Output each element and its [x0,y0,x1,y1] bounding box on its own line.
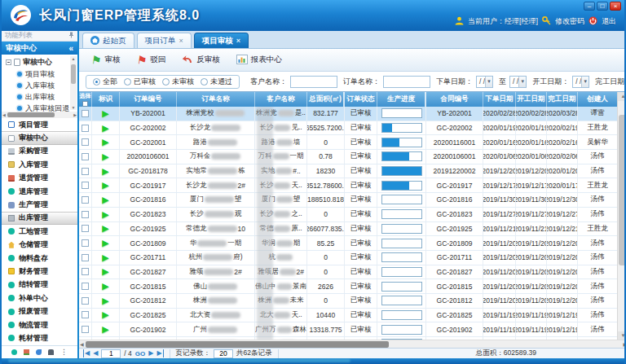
table-horizontal-scrollbar[interactable]: ◀ ▶ [79,340,626,348]
table-row[interactable]: ▶ GC-201809 华一期 华润期 85.25 已审核 GC-201809 … [79,236,617,251]
table-vertical-scrollbar[interactable]: ▲ ▼ [617,92,626,340]
sidebar-item[interactable]: 耗材管理 [2,331,77,344]
cart-icon[interactable] [24,349,29,355]
close-icon[interactable]: × [179,37,183,45]
scroll-down-icon[interactable]: ▼ [70,105,77,110]
grid-header-cell[interactable]: 总面积(㎡) [307,92,345,107]
sidebar-item[interactable]: 采购管理 [2,145,77,158]
table-row[interactable]: ▶ GC-2018178 实地常栋 实地#.. 18230 已审核 201912… [79,164,617,179]
toolbar-button[interactable]: ⚑审核 [86,52,126,68]
grid-header-cell[interactable]: 下单日期 [483,92,516,107]
sidebar-item[interactable]: 物料盘存 [2,252,77,265]
row-checkbox[interactable] [82,326,89,333]
go-button[interactable]: GO [135,350,145,357]
table-row[interactable]: ▶ GC-201925 常德龙10 常德原.. 266077.835.. 已审核… [79,222,617,237]
table-row[interactable]: ▶ GC-201815 佛山 佛山中景南 2626 已审核 GC-201815 … [79,279,617,294]
sidebar-item[interactable]: 报废管理 [2,305,77,318]
date-input-order-to[interactable]: / /▼ [509,76,527,88]
radio-icon[interactable] [162,78,170,86]
sidebar-item[interactable]: 结转管理 [2,278,77,292]
row-checkbox[interactable] [82,211,89,218]
sidebar-item[interactable]: 出库管理 [2,212,77,225]
tab[interactable]: 起始页 [82,33,134,48]
chevron-down-icon[interactable]: ▼ [485,77,492,87]
scrollbar-thumb[interactable] [71,64,76,84]
page-size-input[interactable] [214,349,233,358]
row-checkbox[interactable] [82,283,89,290]
table-row[interactable]: ▶ GC-201827 雅颂2# 雅颂居2# 0 已审核 GC-201827 2… [79,265,617,280]
select-all-checkbox[interactable] [82,101,88,107]
table-row[interactable]: ▶ GC-201711 杭州府) 杭 0 已审核 GC-201711 2019/… [79,251,617,265]
chevron-down-icon[interactable]: ▼ [581,77,589,87]
table-row[interactable]: ▶ GC-201816 厦门望 厦门望 188510.818 已审核 GC-20… [79,193,617,208]
tab[interactable]: 项目订单× [137,33,192,48]
row-checkbox[interactable] [82,125,89,132]
sidebar-item[interactable]: 财务管理 [2,265,77,278]
page-number-input[interactable] [101,349,121,358]
grid-header-cell[interactable]: 客户名称 [255,92,307,107]
person-icon[interactable] [48,349,54,355]
minimize-button[interactable]: – [584,2,595,11]
grid-header-cell[interactable]: 完工日期 [547,92,578,107]
scrollbar-thumb[interactable] [7,112,55,117]
scrollbar-thumb[interactable] [86,341,389,348]
grid-header-cell[interactable]: 订单名称 [177,92,255,107]
prev-page-button[interactable]: ◀ [93,349,98,357]
grid-header-cell[interactable]: 订单状态 [345,92,377,107]
order-name-input[interactable] [383,76,430,88]
scroll-right-icon[interactable]: ▶ [73,112,77,118]
tree-expander-icon[interactable] [6,59,11,65]
radio-option[interactable]: 未审核 [162,77,194,87]
toolbar-button[interactable]: 报表中心 [231,52,288,68]
grid-header-cell[interactable]: 开工日期 [516,92,547,107]
tree-item[interactable]: 入库审核 [17,80,77,91]
sidebar-item[interactable]: 物流管理 [2,318,77,331]
group-header-audit-center[interactable]: 审核中心 « [2,42,77,55]
scrollbar-thumb[interactable] [619,115,626,265]
row-checkbox[interactable] [82,254,89,261]
sidebar-item[interactable]: 审核中心 [2,131,77,144]
tree-vertical-scrollbar[interactable]: ▲ ▼ [70,56,77,110]
scroll-left-icon[interactable]: ◀ [2,112,6,118]
tree-item[interactable]: 出库审核 [17,91,77,103]
collapse-icon[interactable]: « [68,44,73,53]
radio-option[interactable]: 全部 [93,77,117,87]
grid-header-cell[interactable]: 标识 [92,92,120,107]
maximize-button[interactable]: □ [597,2,608,11]
scroll-up-icon[interactable]: ▲ [618,92,626,101]
toolbar-button[interactable]: 反审核 [176,52,226,68]
radio-option[interactable]: 已审核 [124,77,156,87]
sidebar-item[interactable]: 项目管理 [2,118,77,131]
row-checkbox[interactable] [82,239,89,247]
table-row[interactable]: ▶ GC-201825 北大资 北大天.. 10440 已审核 GC-20182… [79,309,617,323]
more-options-icon[interactable]: ⋮ [60,349,68,355]
tree-item[interactable]: 项目审核 [17,68,77,80]
close-icon[interactable]: × [236,37,240,45]
customer-name-input[interactable] [290,76,337,88]
table-row[interactable]: ▶ GC-202002 长沙龙 长沙见.. 65525.7200.. 已审核 G… [79,121,617,136]
row-checkbox[interactable] [82,268,89,275]
toolbar-button[interactable]: ⚑驳回 [131,52,172,68]
row-checkbox[interactable] [82,196,89,204]
date-input-order-from[interactable]: / /▼ [476,76,493,88]
row-checkbox[interactable] [82,225,89,232]
leaf-icon[interactable] [36,349,42,355]
row-checkbox[interactable] [82,297,89,305]
close-button[interactable]: × [610,2,621,11]
table-row[interactable]: ▶ 20200106001 万科金 万科一期 0.78 已审核 20200106… [79,150,617,164]
table-row[interactable]: ▶ GC-202001 路港 路港墙 0 已审核 20200116001 202… [79,135,617,150]
sidebar-item[interactable]: 退库管理 [2,185,77,198]
sidebar-item[interactable]: 入库管理 [2,158,77,171]
table-row[interactable]: ▶ GC-201823 长沙观 长沙之.. 0 已审核 GC-201823 20… [79,208,617,222]
table-row[interactable]: ▶ GC-201917 长沙龙2# 长沙天.. 8512.78600.. 已审核… [79,178,617,193]
dot-icon[interactable] [11,349,17,355]
sidebar-item[interactable]: 退货管理 [2,172,77,185]
grid-header-cell[interactable]: 订单编号 [120,92,177,107]
table-row[interactable]: ▶ GC-201902 广州 广州万森林 13318.775 已审核 GC-20… [79,322,617,337]
row-checkbox[interactable] [82,110,89,117]
grid-header-cell[interactable]: 生产进度 [377,92,426,107]
radio-icon[interactable] [124,78,131,86]
row-checkbox[interactable] [82,138,89,146]
first-page-button[interactable]: ◀ [83,349,90,357]
scroll-up-icon[interactable]: ▲ [70,56,77,61]
